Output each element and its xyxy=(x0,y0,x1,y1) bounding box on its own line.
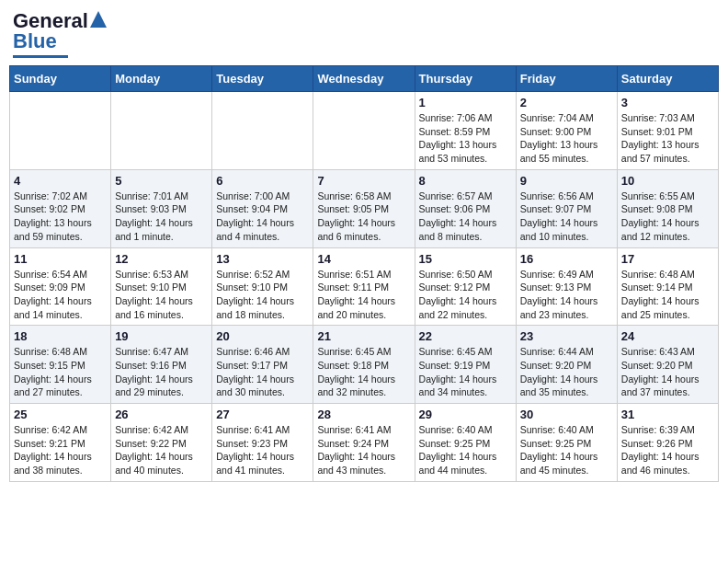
page-header: General Blue xyxy=(9,9,719,58)
calendar-cell: 11Sunrise: 6:54 AM Sunset: 9:09 PM Dayli… xyxy=(10,247,111,326)
calendar-cell: 8Sunrise: 6:57 AM Sunset: 9:06 PM Daylig… xyxy=(415,169,516,247)
logo-underline xyxy=(13,55,68,58)
calendar-cell: 26Sunrise: 6:42 AM Sunset: 9:22 PM Dayli… xyxy=(111,404,212,482)
calendar-cell: 20Sunrise: 6:46 AM Sunset: 9:17 PM Dayli… xyxy=(212,326,313,404)
day-number: 19 xyxy=(115,329,208,343)
day-header-thursday: Thursday xyxy=(415,66,516,92)
calendar-cell: 3Sunrise: 7:03 AM Sunset: 9:01 PM Daylig… xyxy=(617,92,718,170)
calendar-week-4: 18Sunrise: 6:48 AM Sunset: 9:15 PM Dayli… xyxy=(10,326,719,404)
day-info: Sunrise: 6:40 AM Sunset: 9:25 PM Dayligh… xyxy=(520,423,613,477)
day-number: 11 xyxy=(14,252,107,266)
calendar-cell: 23Sunrise: 6:44 AM Sunset: 9:20 PM Dayli… xyxy=(516,326,617,404)
day-number: 12 xyxy=(115,252,208,266)
day-header-tuesday: Tuesday xyxy=(212,66,313,92)
calendar-cell: 22Sunrise: 6:45 AM Sunset: 9:19 PM Dayli… xyxy=(415,326,516,404)
calendar-cell: 15Sunrise: 6:50 AM Sunset: 9:12 PM Dayli… xyxy=(415,247,516,326)
day-number: 26 xyxy=(115,408,208,421)
day-info: Sunrise: 7:04 AM Sunset: 9:00 PM Dayligh… xyxy=(520,111,613,166)
day-info: Sunrise: 6:44 AM Sunset: 9:20 PM Dayligh… xyxy=(520,345,613,399)
day-number: 20 xyxy=(216,329,309,343)
calendar-cell: 6Sunrise: 7:00 AM Sunset: 9:04 PM Daylig… xyxy=(212,169,313,247)
calendar-cell: 13Sunrise: 6:52 AM Sunset: 9:10 PM Dayli… xyxy=(212,247,313,326)
day-number: 3 xyxy=(621,96,714,109)
calendar-cell: 7Sunrise: 6:58 AM Sunset: 9:05 PM Daylig… xyxy=(313,169,415,247)
calendar-cell: 17Sunrise: 6:48 AM Sunset: 9:14 PM Dayli… xyxy=(617,247,718,326)
days-header-row: SundayMondayTuesdayWednesdayThursdayFrid… xyxy=(10,66,719,92)
day-number: 25 xyxy=(14,408,107,421)
logo: General Blue xyxy=(13,9,107,58)
day-info: Sunrise: 6:55 AM Sunset: 9:08 PM Dayligh… xyxy=(621,190,714,244)
day-number: 24 xyxy=(621,329,714,343)
day-number: 18 xyxy=(14,329,107,343)
day-header-wednesday: Wednesday xyxy=(313,66,415,92)
day-number: 13 xyxy=(216,252,309,266)
calendar-cell xyxy=(10,92,111,170)
day-info: Sunrise: 6:54 AM Sunset: 9:09 PM Dayligh… xyxy=(14,268,107,322)
calendar-cell: 1Sunrise: 7:06 AM Sunset: 8:59 PM Daylig… xyxy=(415,92,516,170)
day-info: Sunrise: 6:57 AM Sunset: 9:06 PM Dayligh… xyxy=(419,190,512,244)
calendar-cell: 5Sunrise: 7:01 AM Sunset: 9:03 PM Daylig… xyxy=(111,169,212,247)
day-number: 7 xyxy=(317,174,410,188)
calendar-cell: 9Sunrise: 6:56 AM Sunset: 9:07 PM Daylig… xyxy=(516,169,617,247)
day-header-monday: Monday xyxy=(111,66,212,92)
calendar-table: SundayMondayTuesdayWednesdayThursdayFrid… xyxy=(9,65,719,482)
day-info: Sunrise: 6:41 AM Sunset: 9:23 PM Dayligh… xyxy=(216,423,309,477)
day-number: 29 xyxy=(419,408,512,421)
calendar-cell: 29Sunrise: 6:40 AM Sunset: 9:25 PM Dayli… xyxy=(415,404,516,482)
day-info: Sunrise: 7:00 AM Sunset: 9:04 PM Dayligh… xyxy=(216,190,309,244)
calendar-cell: 30Sunrise: 6:40 AM Sunset: 9:25 PM Dayli… xyxy=(516,404,617,482)
day-number: 31 xyxy=(621,408,714,421)
calendar-cell: 28Sunrise: 6:41 AM Sunset: 9:24 PM Dayli… xyxy=(313,404,415,482)
day-info: Sunrise: 6:42 AM Sunset: 9:21 PM Dayligh… xyxy=(14,423,107,477)
day-number: 5 xyxy=(115,174,208,188)
day-number: 1 xyxy=(419,96,512,109)
calendar-cell: 4Sunrise: 7:02 AM Sunset: 9:02 PM Daylig… xyxy=(10,169,111,247)
calendar-cell: 25Sunrise: 6:42 AM Sunset: 9:21 PM Dayli… xyxy=(10,404,111,482)
day-info: Sunrise: 6:43 AM Sunset: 9:20 PM Dayligh… xyxy=(621,345,714,399)
day-info: Sunrise: 6:50 AM Sunset: 9:12 PM Dayligh… xyxy=(419,268,512,322)
day-info: Sunrise: 6:41 AM Sunset: 9:24 PM Dayligh… xyxy=(317,423,410,477)
day-info: Sunrise: 6:48 AM Sunset: 9:15 PM Dayligh… xyxy=(14,345,107,399)
day-number: 15 xyxy=(419,252,512,266)
day-info: Sunrise: 6:47 AM Sunset: 9:16 PM Dayligh… xyxy=(115,345,208,399)
calendar-cell: 21Sunrise: 6:45 AM Sunset: 9:18 PM Dayli… xyxy=(313,326,415,404)
day-number: 30 xyxy=(520,408,613,421)
day-info: Sunrise: 6:58 AM Sunset: 9:05 PM Dayligh… xyxy=(317,190,410,244)
calendar-week-2: 4Sunrise: 7:02 AM Sunset: 9:02 PM Daylig… xyxy=(10,169,719,247)
calendar-cell: 2Sunrise: 7:04 AM Sunset: 9:00 PM Daylig… xyxy=(516,92,617,170)
day-info: Sunrise: 6:39 AM Sunset: 9:26 PM Dayligh… xyxy=(621,423,714,477)
day-info: Sunrise: 7:06 AM Sunset: 8:59 PM Dayligh… xyxy=(419,111,512,166)
day-info: Sunrise: 6:42 AM Sunset: 9:22 PM Dayligh… xyxy=(115,423,208,477)
calendar-cell: 27Sunrise: 6:41 AM Sunset: 9:23 PM Dayli… xyxy=(212,404,313,482)
day-number: 22 xyxy=(419,329,512,343)
day-info: Sunrise: 6:48 AM Sunset: 9:14 PM Dayligh… xyxy=(621,268,714,322)
day-info: Sunrise: 6:46 AM Sunset: 9:17 PM Dayligh… xyxy=(216,345,309,399)
day-header-sunday: Sunday xyxy=(10,66,111,92)
day-info: Sunrise: 6:40 AM Sunset: 9:25 PM Dayligh… xyxy=(419,423,512,477)
day-number: 9 xyxy=(520,174,613,188)
logo-blue-text: Blue xyxy=(13,29,57,53)
svg-marker-0 xyxy=(90,11,107,28)
calendar-cell: 18Sunrise: 6:48 AM Sunset: 9:15 PM Dayli… xyxy=(10,326,111,404)
day-info: Sunrise: 6:49 AM Sunset: 9:13 PM Dayligh… xyxy=(520,268,613,322)
day-number: 28 xyxy=(317,408,410,421)
day-number: 6 xyxy=(216,174,309,188)
calendar-cell: 12Sunrise: 6:53 AM Sunset: 9:10 PM Dayli… xyxy=(111,247,212,326)
calendar-cell xyxy=(212,92,313,170)
calendar-cell xyxy=(111,92,212,170)
logo-icon xyxy=(90,11,107,28)
calendar-cell xyxy=(313,92,415,170)
day-info: Sunrise: 7:01 AM Sunset: 9:03 PM Dayligh… xyxy=(115,190,208,244)
day-info: Sunrise: 6:56 AM Sunset: 9:07 PM Dayligh… xyxy=(520,190,613,244)
day-number: 8 xyxy=(419,174,512,188)
day-info: Sunrise: 7:03 AM Sunset: 9:01 PM Dayligh… xyxy=(621,111,714,166)
calendar-cell: 19Sunrise: 6:47 AM Sunset: 9:16 PM Dayli… xyxy=(111,326,212,404)
day-header-friday: Friday xyxy=(516,66,617,92)
calendar-cell: 24Sunrise: 6:43 AM Sunset: 9:20 PM Dayli… xyxy=(617,326,718,404)
day-info: Sunrise: 6:45 AM Sunset: 9:18 PM Dayligh… xyxy=(317,345,410,399)
day-header-saturday: Saturday xyxy=(617,66,718,92)
day-number: 4 xyxy=(14,174,107,188)
calendar-cell: 10Sunrise: 6:55 AM Sunset: 9:08 PM Dayli… xyxy=(617,169,718,247)
calendar-week-5: 25Sunrise: 6:42 AM Sunset: 9:21 PM Dayli… xyxy=(10,404,719,482)
calendar-week-3: 11Sunrise: 6:54 AM Sunset: 9:09 PM Dayli… xyxy=(10,247,719,326)
